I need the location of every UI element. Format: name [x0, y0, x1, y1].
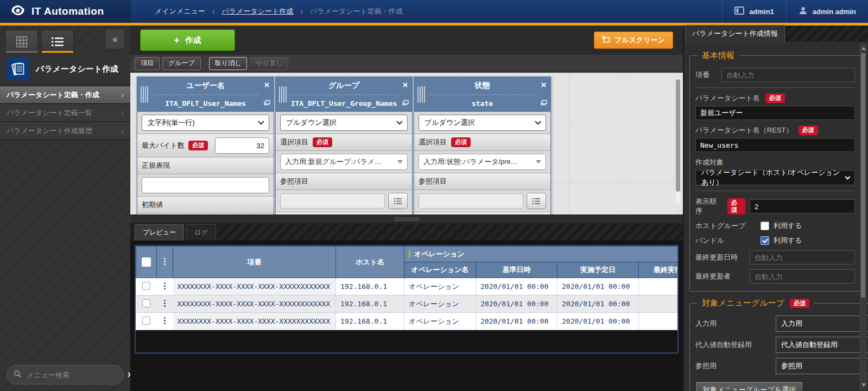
select-all-checkbox[interactable] — [142, 257, 151, 267]
redo-button[interactable]: やり直し — [250, 57, 288, 70]
select-item-select[interactable]: 入力用:状態:パラメータ/pre… — [419, 154, 546, 170]
kebab-menu-icon[interactable] — [164, 317, 166, 319]
fullscreen-button[interactable]: フルスクリーン — [594, 31, 673, 49]
item-card-group: グループ ✕ ITA_DFLT_User_Group_Names プルダウン選択… — [275, 77, 413, 215]
drag-handle[interactable] — [137, 77, 151, 112]
item-type-select[interactable]: 文字列(単一行) — [142, 115, 269, 131]
kebab-menu-icon[interactable] — [164, 282, 166, 284]
item-type-select[interactable]: プルダウン選択 — [280, 115, 408, 131]
tab-menu-list[interactable] — [41, 30, 74, 53]
close-icon[interactable]: ✕ — [264, 81, 270, 89]
create-target-select[interactable]: パラメータシート（ホスト/オペレーションあり） — [695, 170, 855, 185]
kebab-menu-icon[interactable] — [164, 258, 166, 260]
required-badge: 必須 — [799, 125, 818, 135]
bundle-checkbox[interactable] — [761, 236, 769, 245]
for-input-field[interactable] — [776, 316, 868, 332]
last-updater-label: 最終更新者 — [695, 272, 745, 281]
max-bytes-label: 最大バイト数 — [142, 141, 185, 150]
row-checkbox[interactable] — [142, 317, 150, 325]
basic-info-legend: 基本情報 — [698, 51, 739, 61]
canvas-scrollbar-thumb[interactable] — [676, 79, 680, 192]
workspace-menu[interactable]: admin1 — [722, 0, 786, 23]
add-item-button[interactable]: 項目 — [135, 57, 160, 70]
sidebar-item-define-list[interactable]: パラメータシート定義一覧› — [0, 104, 130, 122]
tab-preview[interactable]: プレビュー — [135, 224, 184, 241]
item-type-value: 文字列(単一行) — [148, 118, 195, 128]
item-no-cell: XXXXXXXX-XXXX-XXXX-XXXX-XXXXXXXXXXXX — [173, 313, 336, 330]
create-button[interactable]: + 作成 — [140, 29, 235, 51]
sheet-name-input[interactable] — [695, 106, 855, 120]
canvas-scrollbar[interactable] — [676, 77, 680, 205]
substitute-field[interactable] — [776, 337, 868, 353]
sidebar-collapse-button[interactable]: « — [105, 29, 125, 49]
select-menu-group-button[interactable]: 対象メニューグループを選択 — [695, 381, 803, 391]
host-group-checkbox[interactable] — [761, 222, 769, 230]
item-type-select[interactable]: プルダウン選択 — [419, 115, 546, 131]
row-menu-header — [157, 247, 173, 278]
add-group-button[interactable]: グループ — [162, 57, 201, 70]
popup-icon[interactable] — [541, 98, 547, 108]
close-icon[interactable]: ✕ — [402, 81, 408, 89]
sidebar-item-create-history[interactable]: パラメータシート作成履歴› — [0, 122, 130, 140]
for-reference-label: 参照用 — [695, 361, 772, 371]
panel-body: 基本情報 項番 パラメータシート名 必須 パラメータシート名（REST） 必須 — [684, 42, 868, 391]
undo-button[interactable]: 取り消し — [209, 57, 248, 70]
menu-search-input[interactable] — [27, 371, 122, 379]
col-header-item-no: 項番 — [173, 247, 336, 278]
sidebar-title-block: パラメータシート作成 — [0, 53, 130, 85]
item-card-state: 状態 ✕ state プルダウン選択 選択項目 必須 入力用:状態:パラメータ/… — [414, 77, 551, 215]
menu-group-substitute-row: 代入値自動登録用 — [695, 337, 868, 353]
chevron-down-icon — [396, 118, 402, 124]
sidebar-tab-bar: « — [0, 26, 130, 53]
scroll-up-icon[interactable] — [861, 47, 866, 50]
drag-handle[interactable] — [414, 77, 428, 112]
reference-input — [419, 193, 523, 209]
reference-list-button[interactable] — [527, 193, 546, 209]
reference-input — [280, 193, 385, 209]
operation-name-cell: オペレーション — [404, 313, 476, 330]
select-item-select[interactable]: 入力用:新規グループ:パラメ… — [280, 154, 408, 170]
for-reference-field[interactable] — [776, 358, 868, 374]
row-checkbox[interactable] — [142, 299, 150, 307]
close-icon[interactable]: ✕ — [541, 81, 547, 89]
parameter-sheets-icon — [7, 58, 29, 80]
user-icon — [799, 6, 808, 17]
search-icon — [14, 370, 22, 380]
sheet-name-rest-input[interactable] — [695, 138, 855, 152]
tab-log[interactable]: ログ — [186, 224, 216, 241]
breadcrumb-sheet-create[interactable]: パラメータシート作成 — [222, 7, 294, 16]
display-order-input[interactable] — [750, 199, 855, 213]
it-automation-app: IT Automation メインメニュー › パラメータシート作成 › パラメ… — [0, 0, 868, 391]
tab-sheet-info[interactable]: パラメータシート作成情報 — [685, 25, 785, 42]
sheet-name-label: パラメータシート名 — [695, 93, 760, 103]
kebab-menu-icon[interactable] — [164, 300, 166, 301]
bundle-row: バンドル 利用する — [695, 236, 855, 245]
popup-icon[interactable] — [402, 98, 409, 108]
scroll-down-icon[interactable] — [861, 383, 866, 387]
main-area: + 作成 フルスクリーン 項目 グループ 取り消し やり直し ユ — [130, 26, 683, 391]
last-run-cell — [639, 295, 679, 313]
sheet-design-canvas[interactable]: ユーザー名 ✕ ITA_DFLT_User_Names 文字列(単一行) 最大バ… — [130, 72, 683, 215]
sidebar-item-define-create[interactable]: パラメータシート定義・作成› — [0, 86, 130, 104]
panel-scrollbar-thumb[interactable] — [861, 53, 865, 298]
panel-tab-bar: パラメータシート作成情報 — [684, 26, 868, 42]
plus-icon: + — [174, 35, 180, 45]
max-bytes-input[interactable] — [215, 137, 269, 154]
breadcrumb-main-menu[interactable]: メインメニュー — [155, 7, 205, 16]
regex-input[interactable] — [142, 177, 269, 193]
display-order-label: 表示順序 — [695, 197, 723, 216]
app-logo[interactable]: IT Automation — [0, 0, 130, 23]
user-menu[interactable]: admin admin — [786, 0, 868, 23]
select-item-row: 入力用:状態:パラメータ/pre… — [414, 150, 550, 173]
panel-scrollbar[interactable] — [860, 44, 866, 389]
tab-menu-grid[interactable] — [5, 30, 38, 53]
item-card-header: グループ ✕ ITA_DFLT_User_Group_Names — [276, 77, 412, 112]
row-menu-cell — [157, 278, 173, 295]
item-card-header: ユーザー名 ✕ ITA_DFLT_User_Names — [137, 77, 274, 112]
group-header-label: オペレーション — [414, 250, 465, 258]
popup-icon[interactable] — [264, 98, 270, 108]
drag-handle[interactable] — [276, 77, 290, 112]
preview-resize-divider[interactable] — [130, 215, 683, 223]
reference-list-button[interactable] — [388, 193, 408, 209]
row-checkbox[interactable] — [142, 282, 150, 290]
